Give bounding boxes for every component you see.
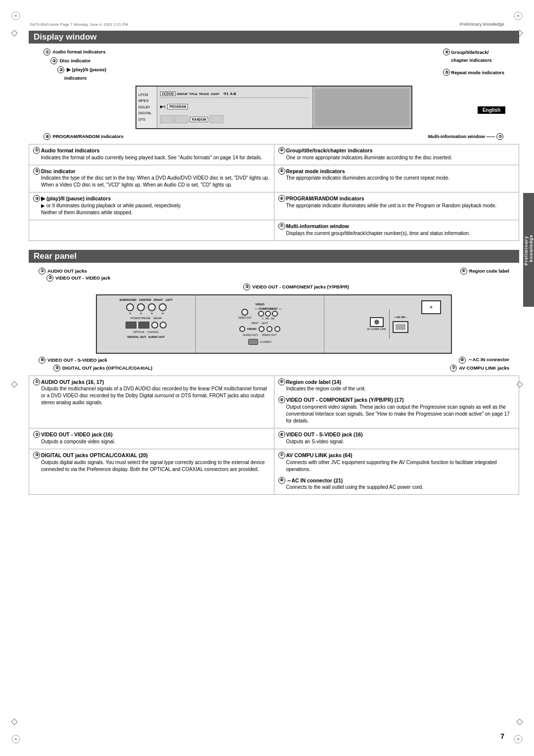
callout-group-title: ④ Group/title/track/ (443, 48, 504, 55)
prelim-knowledge-sidebar: Preliminary knowledge (523, 193, 534, 307)
callout-left-group: ① Audio format indicators ② Group/title/… (44, 48, 106, 81)
svg-marker-8 (11, 30, 17, 36)
rear-callout-row-top: ① AUDIO OUT jacks ② VIDEO OUT - VIDEO ja… (34, 268, 514, 284)
page-label: Preliminary knowledge (459, 21, 504, 27)
display-window-section: Display window ① Audio format indicators… (29, 31, 519, 241)
rear-callout-row-bottom2: ⑤ DIGITAL OUT jacks (OPTICAL/COAXIAL) ⑦ … (34, 364, 514, 372)
rear-desc-component: ③ DIGITAL OUT jacks OPTICAL/COAXIAL (20)… (33, 452, 270, 473)
callout-program-random: ⑥ PROGRAM/RANDOM indicators (44, 133, 124, 140)
corner-mark-br (513, 734, 523, 745)
desc-disc-indicator: ② Disc indicator Indicates the type of t… (33, 168, 270, 189)
desc-group-title: ④ Group/title/track/chapter indicators O… (278, 147, 515, 161)
rear-panel-diagram: SURROUND CENTER RIGHT LEFT ⊕ ⊕ (34, 294, 514, 354)
display-window-heading: Display window (29, 31, 519, 44)
rear-desc-digital-out: ⑤ VIDEO OUT - COMPONENT jacks (Y/PB/PR) … (278, 396, 515, 425)
callout-disc-ind: ② Group/title/track/ chapter indicators … (44, 57, 106, 64)
rear-callout-row-mid: ③ VIDEO OUT - COMPONENT jacks (Y/PB/PR) (34, 284, 514, 292)
reg-mark-left-mid (11, 381, 18, 389)
rear-desc-ac-in: ⑧ ～AC IN connector (21) Connects to the … (278, 477, 515, 491)
desc-repeat-mode: ⑤ Repeat mode indicators The appropriate… (278, 168, 515, 182)
reg-mark-left-top (11, 30, 18, 38)
svg-point-5 (15, 738, 17, 740)
rear-panel-heading: Rear panel (29, 250, 519, 263)
callout-play-pause: ③ ▶ (play)/II (pause) (44, 66, 106, 73)
display-unit-diagram: LPCM MPEG DOLBY DIGITAL DTS VCDVD GROUP … (34, 86, 514, 129)
display-center: VCDVD GROUP TITLE TRACK CHAP ⟳1 A-B ▶II … (157, 87, 312, 128)
corner-mark-tl (11, 11, 21, 22)
main-content: Display window ① Audio format indicators… (29, 31, 519, 504)
desc-audio-format: ① Audio format indicators Indicates the … (33, 147, 270, 161)
desc-program-random: ⑥ PROGRAM/RANDOM indicators The appropri… (278, 195, 515, 209)
rear-desc-video-out: ② VIDEO OUT - VIDEO jack (16) Outputs a … (33, 431, 270, 445)
display-multi-info-window: // We'll let CSS handle this (312, 87, 411, 128)
desc-multi-info: ⑦ Multi-information window Displays the … (278, 223, 515, 237)
rear-panel-diagram-area: ① AUDIO OUT jacks ② VIDEO OUT - VIDEO ja… (29, 268, 519, 372)
rear-desc-svideo: ⑥ VIDEO OUT - S-VIDEO jack (16) Outputs … (278, 431, 515, 445)
display-left-labels: LPCM MPEG DOLBY DIGITAL DTS (136, 87, 157, 128)
page-number: 7 (500, 732, 504, 740)
corner-mark-bl (11, 734, 21, 745)
callout-audio-fmt: ① Audio format indicators (44, 48, 106, 55)
desc-play-pause: ③ ▶ (play)/II (pause) indicators ▶ or II… (33, 195, 270, 216)
svg-marker-10 (11, 381, 17, 387)
callout-multi-info: Multi-information window —— ⑦ (428, 133, 504, 140)
callout-row-bottom: ⑥ PROGRAM/RANDOM indicators Multi-inform… (34, 132, 514, 140)
rear-desc-audio-out: ① AUDIO OUT jacks (16, 17) Outputs the m… (33, 378, 270, 407)
svg-marker-13 (517, 719, 523, 725)
rear-panel-section: Rear panel ① AUDIO OUT jacks ② VIDEO OUT… (29, 250, 519, 495)
reg-mark-right-bot (516, 718, 523, 726)
svg-point-1 (15, 15, 17, 17)
rear-desc-region-code: ④ Region code label (14) Indicates the r… (278, 378, 515, 393)
display-diagram-area: ① Audio format indicators ② Group/title/… (29, 48, 519, 140)
rear-callout-row-bottom: ⑥ VIDEO OUT - S-VIDEO jack ⑧ ～AC IN conn… (34, 356, 514, 364)
reg-mark-left-bot (11, 718, 18, 726)
callout-right-group: ④ Group/title/track/ chapter indicators … (443, 48, 504, 81)
svg-marker-12 (11, 719, 17, 725)
corner-mark-tr (513, 11, 523, 22)
rear-panel-descriptions-table: ① AUDIO OUT jacks (16, 17) Outputs the m… (29, 376, 519, 495)
svg-point-3 (517, 15, 519, 17)
book-ref: SA70-ENG.book Page 7 Monday, June 4, 200… (30, 21, 129, 27)
callout-repeat: ⑤ Repeat mode indicators (443, 69, 504, 76)
callout-row-top: ① Audio format indicators ② Group/title/… (34, 48, 514, 83)
svg-point-7 (517, 738, 519, 740)
display-descriptions-table: ① Audio format indicators Indicates the … (29, 144, 519, 241)
rear-desc-av-compu: ⑦ AV COMPU LINK jacks (64) Connects with… (278, 452, 515, 473)
